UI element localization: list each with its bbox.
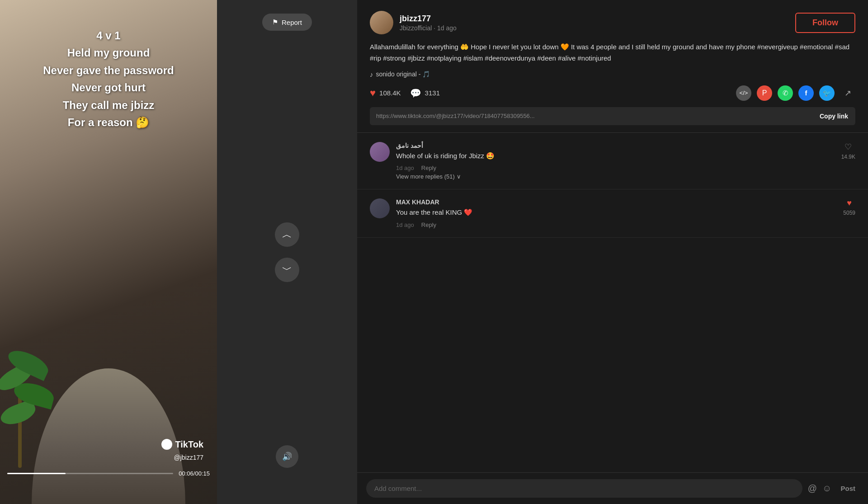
like-section: ♥ 108.4K	[370, 87, 401, 99]
comment-heart-icon[interactable]: ♡	[844, 142, 852, 152]
comments-section[interactable]: أحمد نامق Whole of uk is riding for Jbiz…	[357, 133, 868, 473]
comment-time: 1d ago	[396, 221, 414, 228]
post-caption: Allahamdulillah for everything 🤲 Hope I …	[370, 42, 855, 64]
like-count: 108.4K	[379, 89, 401, 97]
plant-decoration	[5, 341, 77, 468]
tiktok-logo-icon: ♪	[161, 439, 172, 450]
user-meta: jbizz177 Jbizzofficial · 1d ago	[400, 14, 457, 32]
video-username-tag: @jbizz177	[174, 454, 203, 461]
post-comment-button[interactable]: Post	[837, 485, 859, 492]
overlay-line-5: They call me jbizz	[0, 97, 217, 114]
add-comment-row: @ ☺ Post	[357, 472, 868, 504]
time-current: 00:06	[179, 470, 193, 477]
reply-button[interactable]: Reply	[421, 221, 436, 228]
whatsapp-icon: ✆	[783, 89, 788, 97]
comment-body: أحمد نامق Whole of uk is riding for Jbiz…	[396, 142, 835, 180]
tiktok-watermark: ♪ TikTok	[161, 439, 203, 450]
follow-button[interactable]: Follow	[795, 13, 855, 33]
volume-button[interactable]: 🔊	[276, 445, 298, 468]
copy-link-button[interactable]: Copy link	[812, 107, 855, 125]
twitter-button[interactable]: 🐦	[819, 85, 835, 101]
emoji-button[interactable]: ☺	[822, 483, 831, 494]
comment-meta: 1d ago Reply	[396, 221, 837, 228]
comment-section: 💬 3131	[410, 88, 736, 99]
comment-text: You are the real KING ❤️	[396, 207, 837, 218]
comment-like-section: ♥ 5059	[843, 198, 855, 228]
comment-meta: 1d ago Reply	[396, 165, 835, 171]
commenter-username: MAX KHADAR	[396, 198, 837, 206]
overlay-line-2: Held my ground	[0, 44, 217, 61]
comment-text: Whole of uk is riding for Jbizz 🤩	[396, 151, 835, 161]
post-info-section: jbizz177 Jbizzofficial · 1d ago Follow A…	[357, 0, 868, 133]
overlay-line-3: Never gave the password	[0, 62, 217, 79]
chevron-up-icon: ︿	[282, 228, 292, 241]
time-display: 00:06/00:15	[179, 470, 210, 477]
post-header: jbizz177 Jbizzofficial · 1d ago Follow	[370, 11, 855, 34]
emoji-icon: ☺	[822, 483, 831, 493]
nav-down-button[interactable]: ﹀	[275, 258, 299, 282]
comment-like-section: ♡ 14.9K	[841, 142, 855, 180]
comment-body: MAX KHADAR You are the real KING ❤️ 1d a…	[396, 198, 837, 228]
url-row: https://www.tiktok.com/@jbizz177/video/7…	[370, 107, 855, 125]
video-text-overlay: 4 v 1 Held my ground Never gave the pass…	[0, 27, 217, 131]
volume-icon: 🔊	[282, 452, 292, 462]
mention-button[interactable]: @	[808, 483, 817, 494]
comment-avatar	[370, 142, 390, 162]
comment-input[interactable]	[366, 479, 802, 498]
facebook-button[interactable]: f	[798, 85, 814, 101]
whatsapp-button[interactable]: ✆	[778, 85, 793, 101]
embed-button[interactable]: </>	[736, 85, 751, 101]
comment-avatar	[370, 198, 390, 218]
view-replies-label: View more replies (51)	[396, 173, 455, 180]
comment-item: MAX KHADAR You are the real KING ❤️ 1d a…	[357, 189, 868, 238]
comment-item: أحمد نامق Whole of uk is riding for Jbiz…	[357, 133, 868, 190]
tiktok-label: TikTok	[175, 439, 203, 450]
comment-time: 1d ago	[396, 165, 414, 171]
overlay-line-6: For a reason 🤔	[0, 114, 217, 131]
reply-button[interactable]: Reply	[421, 165, 436, 171]
music-note-icon: ♪	[370, 71, 373, 78]
at-icon: @	[808, 483, 817, 493]
avatar-image	[370, 11, 393, 34]
comment-bubble-icon[interactable]: 💬	[410, 88, 421, 99]
comment-count: 3131	[425, 89, 440, 97]
flag-icon: ⚑	[272, 18, 278, 26]
share-arrow-icon: ↗	[844, 88, 851, 98]
chevron-down-small-icon: ∨	[457, 173, 461, 180]
report-label: Report	[282, 19, 302, 26]
right-panel: jbizz177 Jbizzofficial · 1d ago Follow A…	[357, 0, 868, 504]
comment-heart-icon[interactable]: ♥	[847, 198, 852, 208]
sound-line: ♪ sonido original - 🎵	[370, 71, 855, 78]
facebook-icon: f	[805, 89, 807, 97]
comment-like-count: 5059	[843, 210, 855, 216]
url-text: https://www.tiktok.com/@jbizz177/video/7…	[370, 107, 812, 125]
video-panel: 4 v 1 Held my ground Never gave the pass…	[0, 0, 217, 504]
user-info: jbizz177 Jbizzofficial · 1d ago	[370, 11, 457, 34]
overlay-line-4: Never got hurt	[0, 79, 217, 96]
nav-up-button[interactable]: ︿	[275, 222, 299, 247]
chevron-down-icon: ﹀	[282, 263, 292, 277]
view-replies-button[interactable]: View more replies (51) ∨	[396, 173, 461, 180]
comment-like-count: 14.9K	[841, 154, 855, 160]
pinterest-icon: P	[762, 89, 767, 97]
avatar	[370, 11, 393, 34]
sound-label: sonido original - 🎵	[376, 71, 430, 78]
share-more-button[interactable]: ↗	[840, 85, 855, 101]
heart-icon[interactable]: ♥	[370, 87, 376, 99]
twitter-icon: 🐦	[823, 89, 831, 97]
pinterest-button[interactable]: P	[757, 85, 772, 101]
progress-bar-container[interactable]: 00:06/00:15	[0, 470, 217, 477]
progress-fill	[7, 473, 66, 474]
commenter-username: أحمد نامق	[396, 142, 835, 149]
progress-track[interactable]	[7, 473, 173, 474]
actions-row: ♥ 108.4K 💬 3131 </> P ✆ f 🐦	[370, 85, 855, 101]
report-button[interactable]: ⚑ Report	[262, 14, 312, 31]
time-total: 00:15	[195, 470, 210, 477]
middle-panel: ⚑ Report ︿ ﹀ 🔊	[217, 0, 357, 504]
username-label: jbizz177	[400, 14, 457, 24]
share-icons-row: </> P ✆ f 🐦 ↗	[736, 85, 855, 101]
user-sub-label: Jbizzofficial · 1d ago	[400, 24, 457, 32]
overlay-line-1: 4 v 1	[0, 27, 217, 44]
